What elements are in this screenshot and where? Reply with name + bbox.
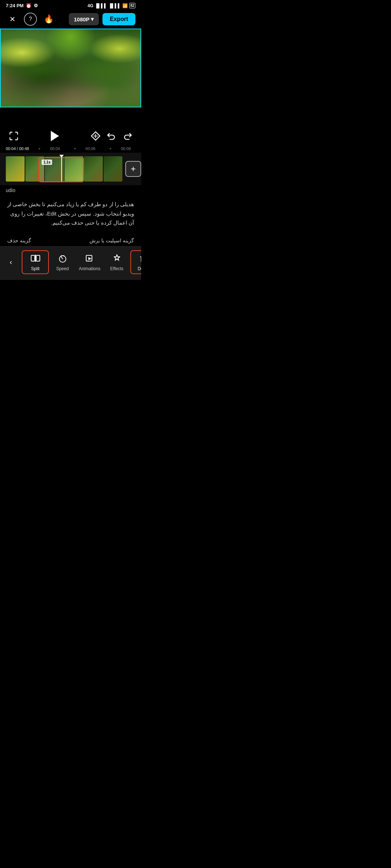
preview-gap bbox=[0, 107, 141, 127]
thumbnail-container: 1.1s bbox=[6, 156, 122, 182]
quality-button[interactable]: 1080P ▾ bbox=[69, 13, 99, 25]
description-area: هدیلی را از دو طرف کم یا زیاد می‌کنیم تا… bbox=[0, 194, 141, 233]
wifi-icon: 📶 bbox=[122, 3, 128, 8]
flame-button[interactable]: 🔥 bbox=[42, 13, 55, 26]
thumb-6 bbox=[104, 156, 122, 182]
svg-rect-1 bbox=[31, 255, 35, 261]
time-marker-1: 00:04 bbox=[50, 146, 64, 151]
fullscreen-button[interactable] bbox=[9, 131, 19, 141]
current-time: 00:04 / 00:48 bbox=[6, 146, 29, 151]
delete-icon bbox=[139, 253, 142, 265]
undo-button[interactable] bbox=[106, 131, 117, 141]
status-left: 7:24 PM ⏰ ⚙ bbox=[6, 3, 38, 8]
video-preview bbox=[0, 29, 141, 107]
alarm-icon: ⏰ bbox=[26, 3, 31, 8]
status-bar: 7:24 PM ⏰ ⚙ 4G ▐▌▌▌ ▐▌▌▌ 📶 82 bbox=[0, 0, 141, 10]
toolbar-item-split[interactable]: Split bbox=[22, 250, 49, 274]
delete-label-btn: Delete bbox=[138, 266, 141, 271]
signal-bars-2: ▐▌▌▌ bbox=[109, 3, 121, 8]
animations-label-btn: Animations bbox=[79, 266, 100, 271]
timeline-controls bbox=[0, 127, 141, 145]
svg-marker-0 bbox=[51, 132, 58, 140]
edit-controls bbox=[91, 131, 133, 141]
status-right: 4G ▐▌▌▌ ▐▌▌▌ 📶 82 bbox=[88, 3, 135, 8]
ruler-dot-1 bbox=[29, 148, 50, 149]
top-bar-left: ✕ ? 🔥 bbox=[6, 13, 64, 26]
svg-rect-2 bbox=[36, 255, 40, 261]
svg-rect-7 bbox=[141, 257, 142, 262]
time-ruler: 00:04 / 00:48 00:04 00:06 00:08 bbox=[0, 145, 141, 153]
battery-icon: 82 bbox=[129, 3, 135, 8]
thumb-5 bbox=[84, 156, 103, 182]
play-icon bbox=[49, 130, 60, 142]
top-bar: ✕ ? 🔥 1080P ▾ Export bbox=[0, 10, 141, 29]
bottom-toolbar: ‹ Split Speed bbox=[0, 246, 141, 280]
keyframe-button[interactable] bbox=[91, 131, 101, 141]
ruler-dot-3 bbox=[100, 148, 121, 149]
toolbar-items: Split Speed Animations bbox=[22, 250, 141, 274]
split-label: گزینه اسپلیت یا برش bbox=[89, 238, 134, 243]
network-type: 4G bbox=[88, 3, 93, 8]
close-button[interactable]: ✕ bbox=[6, 13, 19, 26]
redo-button[interactable] bbox=[122, 131, 133, 141]
audio-label: udio bbox=[0, 185, 141, 194]
description-text: هدیلی را از دو طرف کم یا زیاد می‌کنیم تا… bbox=[7, 200, 134, 227]
keyframe-icon bbox=[91, 131, 101, 141]
timeline-strip[interactable]: 1.1s + bbox=[0, 156, 141, 182]
timeline-area: 1.1s + bbox=[0, 153, 141, 185]
settings-status-icon: ⚙ bbox=[34, 3, 38, 8]
back-button[interactable]: ‹ bbox=[4, 256, 17, 269]
effects-label-btn: Effects bbox=[110, 266, 123, 271]
svg-marker-6 bbox=[88, 257, 92, 260]
time-marker-3: 00:08 bbox=[121, 146, 135, 151]
effects-icon bbox=[112, 253, 122, 265]
thumb-1 bbox=[6, 156, 25, 182]
toolbar-back: ‹ bbox=[0, 256, 22, 269]
video-background bbox=[1, 29, 140, 107]
time-marker-2: 00:06 bbox=[85, 146, 100, 151]
time-display: 7:24 PM bbox=[6, 3, 24, 8]
animations-icon bbox=[85, 253, 95, 265]
speed-icon bbox=[58, 253, 68, 265]
quality-arrow: ▾ bbox=[91, 16, 94, 22]
redo-icon bbox=[122, 131, 133, 141]
labels-row: گزینه اسپلیت یا برش گزینه حذف bbox=[0, 233, 141, 246]
delete-label: گزینه حذف bbox=[7, 238, 31, 243]
play-button[interactable] bbox=[49, 130, 60, 142]
toolbar-item-animations[interactable]: Animations bbox=[76, 250, 103, 274]
clip-duration-badge: 1.1s bbox=[42, 159, 52, 165]
signal-bars: ▐▌▌▌ bbox=[95, 3, 107, 8]
toolbar-item-speed[interactable]: Speed bbox=[49, 250, 76, 274]
help-button[interactable]: ? bbox=[24, 13, 37, 26]
undo-icon bbox=[106, 131, 117, 141]
top-bar-right: 1080P ▾ Export bbox=[69, 13, 135, 25]
split-icon bbox=[30, 253, 41, 265]
playhead bbox=[61, 156, 62, 182]
toolbar-item-delete[interactable]: Delete bbox=[130, 250, 141, 274]
toolbar-item-effects[interactable]: Effects bbox=[103, 250, 130, 274]
add-clip-button[interactable]: + bbox=[125, 161, 141, 177]
quality-label: 1080P bbox=[74, 16, 89, 22]
ruler-dot-2 bbox=[64, 148, 85, 149]
speed-label-btn: Speed bbox=[56, 266, 69, 271]
split-label-btn: Split bbox=[31, 266, 39, 271]
export-button[interactable]: Export bbox=[102, 13, 135, 25]
fullscreen-icon bbox=[9, 131, 19, 141]
